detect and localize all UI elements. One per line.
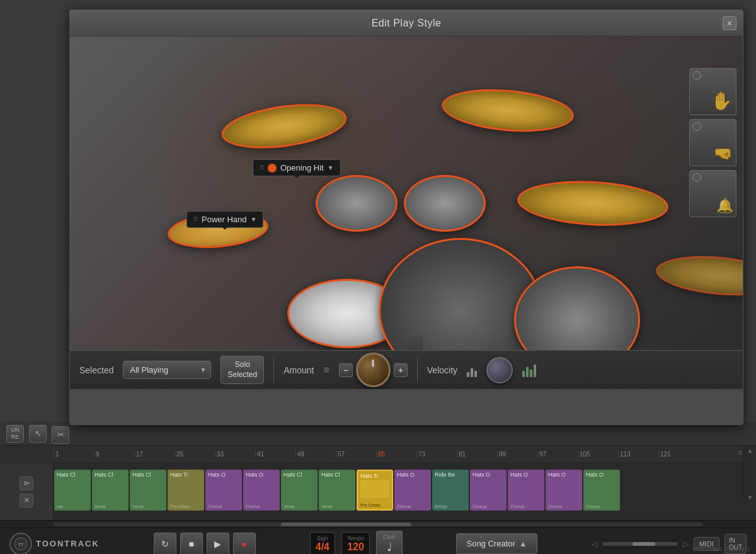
bottom-controls-bar: Selected All Playing Kick Snare Hi-Hat C… [70,350,743,389]
ruler-mark-41: 41 [255,451,295,458]
opening-hit-popup[interactable]: ⠿ Opening Hit ▼ [253,159,341,176]
ruler-menu-icon[interactable]: ≡ [738,448,742,457]
logo-symbol: TT [9,533,32,555]
articulation-btn-2[interactable]: 🤜 [689,119,736,166]
click-label: Click [383,534,396,540]
track-clip-11[interactable]: Hats O Chorus [470,470,507,511]
articulation-btn-1[interactable]: ✋ [689,68,736,115]
separator-1 [273,358,274,383]
ruler-mark-1: 1 [54,451,94,458]
toontrack-logo: TT TOONTRACK [9,533,100,555]
vel-bar-1 [467,372,469,377]
volume-slider[interactable] [602,542,678,546]
volume-left-icon: ◁ [592,540,597,548]
song-creator-arrow-icon: ▲ [519,539,527,548]
ruler-mark-97: 97 [537,451,578,458]
track-area: ⊳ ✕ Hats Cl Intr. Hats Cl Verse Hats Cl … [0,463,756,520]
power-led-3 [692,173,701,182]
play-btn[interactable]: ▶ [207,533,229,555]
loop-btn[interactable]: ↻ [154,533,176,555]
track-clip-1[interactable]: Hats Cl Verse [92,470,129,511]
amount-label: Amount [284,365,314,375]
playing-dropdown[interactable]: All Playing Kick Snare Hi-Hat Cymbals [123,361,211,379]
solo-label: Solo [227,360,257,370]
vel-meter-bar-3 [530,370,532,377]
opening-hit-arrow-icon: ▼ [328,164,334,171]
playing-dropdown-wrapper[interactable]: All Playing Kick Snare Hi-Hat Cymbals [123,361,211,379]
ruler-mark-113: 113 [618,451,658,458]
track-clip-0[interactable]: Hats Cl Intr. [54,470,91,511]
scissor-tool-btn[interactable]: ✂ [52,426,69,444]
sign-label: Sign [316,535,329,541]
track-clip-5[interactable]: Hats O Chorus [243,470,280,511]
track-clip-4[interactable]: Hats O Chorus [205,470,242,511]
scroll-up-arrow[interactable]: ▲ [745,447,755,454]
right-articulation-panel: ✋ 🤜 🔔 [689,68,736,217]
stop-icon: ■ [189,539,194,549]
record-icon: ● [242,539,247,549]
drum-area: ⠿ Opening Hit ▼ ⠿ Power Hand ▼ ✋ 🤜 [70,37,743,389]
separator-2 [417,358,418,383]
dialog-title: Edit Play Style [372,18,442,29]
articulation-btn-3[interactable]: 🔔 [689,170,736,217]
scissors-icon: ✂ [57,430,64,439]
power-hand-popup[interactable]: ⠿ Power Hand ▼ [186,211,263,228]
transport-bar: TT TOONTRACK ↻ ■ ▶ ● [0,528,756,554]
velocity-bars [467,363,477,377]
hand-icon-2: 🤜 [714,145,733,162]
power-hand-drag-icon: ⠿ [193,216,198,223]
filter-icon[interactable]: ≡ [323,365,329,376]
track-clip-2[interactable]: Hats Cl Verse [130,470,166,511]
undo-redo-control[interactable]: UN RE [6,425,24,443]
amount-knob[interactable] [356,353,391,387]
velocity-knob[interactable] [486,357,513,383]
ruler-mark-105: 105 [578,451,618,458]
track-control-btn-2[interactable]: ✕ [20,494,33,507]
tempo-label: Tempo [347,535,364,541]
edit-play-style-dialog: Edit Play Style × [69,9,743,425]
track-clip-14[interactable]: Hats O Chorus [583,470,620,511]
song-creator-btn[interactable]: Song Creator ▲ [456,533,537,554]
power-led-2 [692,122,701,131]
scroll-down-arrow[interactable]: ▼ [745,494,755,501]
track-control-btn-1[interactable]: ⊳ [20,477,33,490]
record-btn[interactable]: ● [233,533,256,555]
track-clip-8[interactable]: Hats Ti Pre Choru [357,470,393,511]
ruler-mark-9: 9 [94,451,134,458]
loop-icon: ↻ [161,539,169,549]
stop-btn[interactable]: ■ [180,533,203,555]
close-button[interactable]: × [723,16,736,30]
tempo-value: 120 [347,541,364,553]
ruler-mark-73: 73 [416,451,457,458]
ruler-mark-89: 89 [497,451,537,458]
track-clip-9[interactable]: Hats O Chorus [394,470,431,511]
version-text: VERSION 2.0 (64-BIT) [692,546,750,552]
scroll-controls: ▲ ▼ [743,446,756,502]
opening-hit-orange-dot [268,164,277,172]
redo-label: RE [11,434,20,441]
vel-bar-2 [471,368,473,377]
opening-hit-label: Opening Hit [280,163,324,172]
amount-plus-btn[interactable]: + [394,363,408,377]
track-clip-6[interactable]: Hats Cl Verse [281,470,318,511]
undo-label: UN [11,427,20,434]
rack-tom-1[interactable] [316,175,398,232]
select-tool-btn[interactable]: ↖ [29,425,47,443]
daw-section: UN RE ↖ ✂ 1 9 17 25 33 41 49 57 65 73 [0,422,756,554]
track-clip-10[interactable]: Ride Be Bridge [432,470,469,511]
power-led-1 [692,71,701,80]
rack-tom-2[interactable] [404,175,486,232]
amount-minus-btn[interactable]: − [339,363,353,377]
power-hand-arrow-icon: ▼ [251,216,257,223]
track-clip-3[interactable]: Hats Ti Pre Choru [168,470,204,511]
song-creator-label: Song Creator [466,539,515,548]
vel-bar-3 [474,371,477,377]
track-clip-12[interactable]: Hats O Chorus [508,470,544,511]
track-clip-13[interactable]: Hats O Chorus [546,470,582,511]
tempo-display: Tempo 120 [341,532,370,555]
velocity-meter [522,363,536,377]
solo-selected-button[interactable]: Solo Selected [220,356,264,384]
click-btn[interactable]: Click ♩ [376,531,403,555]
amount-knob-container: − + [339,353,408,387]
track-clip-7[interactable]: Hats Cl Verse [319,470,355,511]
